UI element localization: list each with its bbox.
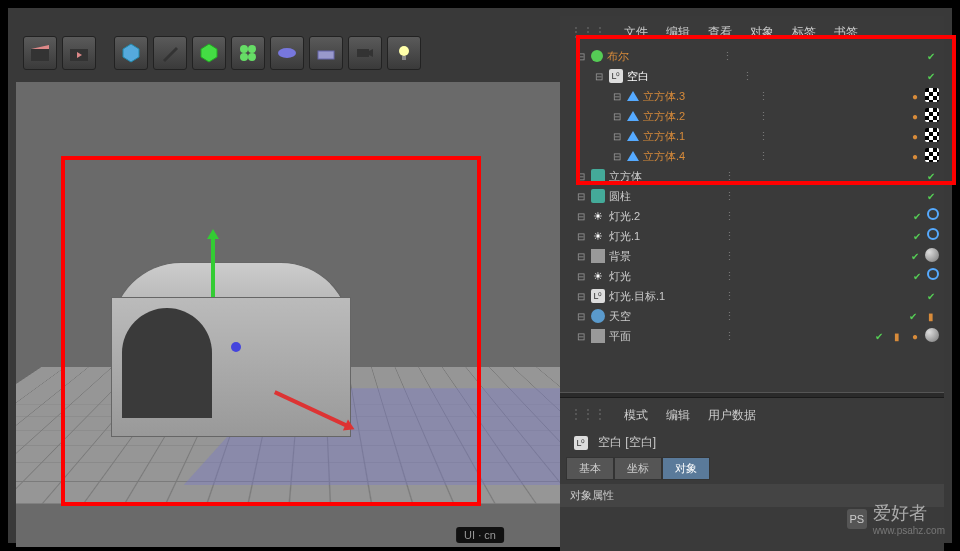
attr-userdata[interactable]: 用户数据: [708, 407, 756, 424]
attr-menubar: ⋮⋮⋮ 模式 编辑 用户数据: [560, 401, 944, 430]
tree-label: 灯光: [609, 269, 719, 284]
tree-label: 背景: [609, 249, 719, 264]
pen-tool-icon[interactable]: [153, 36, 187, 70]
tree-label: 天空: [609, 309, 719, 324]
visibility-dots[interactable]: ⋮: [719, 270, 739, 283]
visibility-dots[interactable]: ⋮: [719, 170, 739, 183]
menu-tag[interactable]: 标签: [792, 24, 816, 41]
3d-viewport[interactable]: [16, 82, 576, 547]
tree-label: 立方体.2: [643, 109, 753, 124]
visibility-dots[interactable]: ⋮: [719, 250, 739, 263]
object-manager-panel: ⋮⋮⋮ 文件 编辑 查看 对象 标签 书签 ⊟布尔⋮✔⊟L⁰空白⋮✔⊟立方体.3…: [560, 16, 944, 551]
tree-label: 布尔: [607, 49, 717, 64]
ps-logo-icon: PS: [847, 509, 867, 529]
visibility-dots[interactable]: ⋮: [753, 130, 773, 143]
visibility-dots[interactable]: ⋮: [719, 230, 739, 243]
visibility-dots[interactable]: ⋮: [717, 50, 737, 63]
tree-label: 立方体.4: [643, 149, 753, 164]
array-tool-icon[interactable]: [231, 36, 265, 70]
tree-row[interactable]: ⊟立方体.3⋮●: [565, 86, 939, 106]
attr-title-text: 空白 [空白]: [598, 434, 656, 451]
y-axis-gizmo[interactable]: [211, 237, 215, 297]
tree-label: 灯光.2: [609, 209, 719, 224]
camera-tool-icon[interactable]: [348, 36, 382, 70]
menu-view[interactable]: 查看: [708, 24, 732, 41]
tree-row[interactable]: ⊟L⁰空白⋮✔: [565, 66, 939, 86]
visibility-dots[interactable]: ⋮: [737, 70, 757, 83]
ui-cn-badge: UI · cn: [456, 527, 504, 543]
tree-label: 平面: [609, 329, 719, 344]
svg-point-4: [248, 45, 256, 53]
visibility-dots[interactable]: ⋮: [753, 90, 773, 103]
visibility-dots[interactable]: ⋮: [719, 330, 739, 343]
visibility-dots[interactable]: ⋮: [719, 310, 739, 323]
svg-rect-12: [402, 56, 406, 60]
tree-row[interactable]: ⊟☀灯光.2⋮✔: [565, 206, 939, 226]
attr-tabs: 基本 坐标 对象: [560, 455, 944, 482]
tree-row[interactable]: ⊟圆柱⋮✔: [565, 186, 939, 206]
tree-row[interactable]: ⊟立方体⋮✔: [565, 166, 939, 186]
visibility-dots[interactable]: ⋮: [753, 110, 773, 123]
menu-edit[interactable]: 编辑: [666, 24, 690, 41]
visibility-dots[interactable]: ⋮: [719, 190, 739, 203]
tree-row[interactable]: ⊟☀灯光.1⋮✔: [565, 226, 939, 246]
z-axis-gizmo[interactable]: [231, 342, 241, 352]
tree-label: 圆柱: [609, 189, 719, 204]
tree-row[interactable]: ⊟天空⋮✔▮: [565, 306, 939, 326]
tree-label: 灯光.1: [609, 229, 719, 244]
tree-label: 立方体.1: [643, 129, 753, 144]
visibility-dots[interactable]: ⋮: [719, 290, 739, 303]
watermark-url: www.psahz.com: [873, 525, 945, 536]
light-tool-icon[interactable]: [387, 36, 421, 70]
svg-rect-0: [31, 49, 49, 61]
tree-label: 灯光.目标.1: [609, 289, 719, 304]
tab-basic[interactable]: 基本: [566, 457, 614, 480]
visibility-dots[interactable]: ⋮: [719, 210, 739, 223]
tree-row[interactable]: ⊟背景⋮✔: [565, 246, 939, 266]
attr-mode[interactable]: 模式: [624, 407, 648, 424]
clapper-icon[interactable]: [23, 36, 57, 70]
tree-row[interactable]: ⊟☀灯光⋮✔: [565, 266, 939, 286]
watermark: PS 爱好者 www.psahz.com: [847, 501, 945, 536]
svg-point-11: [399, 46, 409, 56]
svg-marker-10: [369, 49, 373, 57]
tree-row[interactable]: ⊟平面⋮✔▮●: [565, 326, 939, 346]
tree-row[interactable]: ⊟布尔⋮✔: [565, 46, 939, 66]
tree-label: 立方体: [609, 169, 719, 184]
svg-point-7: [278, 48, 296, 58]
watermark-text: 爱好者: [873, 501, 945, 525]
svg-point-3: [240, 45, 248, 53]
svg-rect-9: [357, 49, 369, 57]
nurbs-tool-icon[interactable]: [192, 36, 226, 70]
tab-coord[interactable]: 坐标: [614, 457, 662, 480]
main-toolbar: [23, 36, 421, 70]
panel-divider[interactable]: [560, 392, 944, 398]
menu-object[interactable]: 对象: [750, 24, 774, 41]
menu-file[interactable]: 文件: [624, 24, 648, 41]
svg-point-6: [248, 53, 256, 61]
svg-point-5: [240, 53, 248, 61]
cube-tool-icon[interactable]: [114, 36, 148, 70]
tree-row[interactable]: ⊟立方体.2⋮●: [565, 106, 939, 126]
tree-row[interactable]: ⊟立方体.4⋮●: [565, 146, 939, 166]
clapper-play-icon[interactable]: [62, 36, 96, 70]
tree-label: 立方体.3: [643, 89, 753, 104]
tree-row[interactable]: ⊟L⁰灯光.目标.1⋮✔: [565, 286, 939, 306]
tree-row[interactable]: ⊟立方体.1⋮●: [565, 126, 939, 146]
visibility-dots[interactable]: ⋮: [753, 150, 773, 163]
tree-label: 空白: [627, 69, 737, 84]
menu-bookmark[interactable]: 书签: [834, 24, 858, 41]
tab-object[interactable]: 对象: [662, 457, 710, 480]
object-tree[interactable]: ⊟布尔⋮✔⊟L⁰空白⋮✔⊟立方体.3⋮●⊟立方体.2⋮●⊟立方体.1⋮●⊟立方体…: [565, 46, 939, 346]
floor-tool-icon[interactable]: [309, 36, 343, 70]
deformer-tool-icon[interactable]: [270, 36, 304, 70]
attr-edit[interactable]: 编辑: [666, 407, 690, 424]
panel-menubar: ⋮⋮⋮ 文件 编辑 查看 对象 标签 书签: [570, 21, 934, 43]
svg-rect-8: [318, 51, 334, 59]
attr-title: L⁰ 空白 [空白]: [560, 430, 944, 455]
app-frame: ⋮⋮⋮ 文件 编辑 查看 对象 标签 书签 ⊟布尔⋮✔⊟L⁰空白⋮✔⊟立方体.3…: [8, 8, 952, 543]
